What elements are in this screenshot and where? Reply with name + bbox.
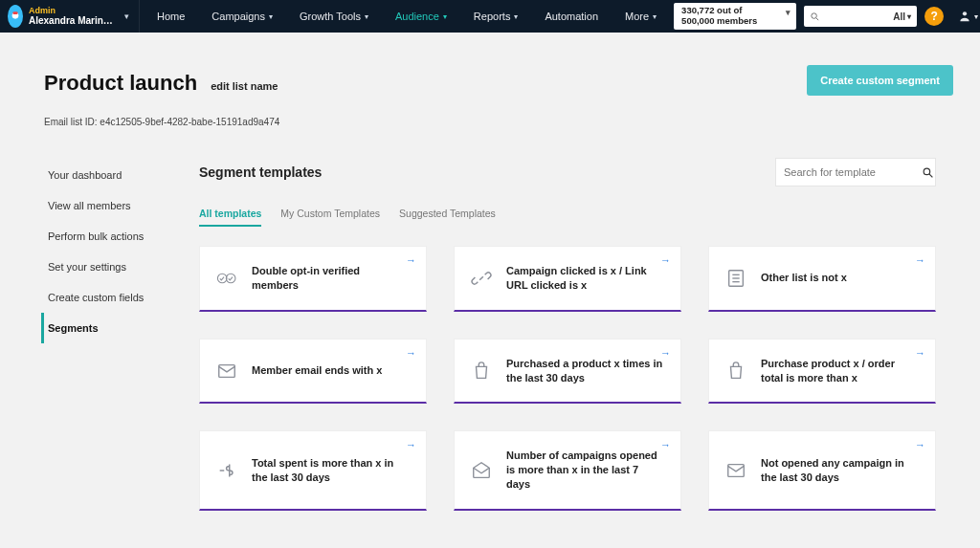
arrow-right-icon: →	[406, 439, 416, 450]
chevron-down-icon: ▾	[443, 12, 447, 21]
user-name: Alexandra Marin…	[29, 15, 113, 26]
template-card-label: Member email ends with x	[252, 363, 382, 378]
link-icon	[470, 267, 493, 290]
template-card-label: Not opened any campaign in the last 30 d…	[761, 456, 918, 485]
global-search[interactable]: All ▾	[804, 6, 917, 27]
template-card[interactable]: →Other list is not x	[708, 246, 936, 312]
app-header: Admin Alexandra Marin… ▾ HomeCampaigns▾G…	[0, 0, 980, 33]
shopping-bag-icon	[470, 360, 493, 383]
top-nav: HomeCampaigns▾Growth Tools▾Audience▾Repo…	[144, 0, 670, 33]
template-tabs: All templatesMy Custom TemplatesSuggeste…	[199, 208, 936, 227]
svg-line-4	[816, 17, 818, 19]
account-switcher[interactable]: Admin Alexandra Marin… ▾	[6, 0, 140, 33]
template-search[interactable]	[775, 158, 936, 186]
arrow-right-icon: →	[660, 347, 671, 359]
chevron-down-icon: ▾	[119, 11, 135, 21]
create-custom-segment-button[interactable]: Create custom segment	[807, 65, 953, 96]
template-card[interactable]: →Not opened any campaign in the last 30 …	[708, 430, 936, 511]
admin-label: Admin	[29, 7, 113, 16]
nav-item-more[interactable]: More▾	[612, 0, 670, 33]
sidebar-item-set-your-settings[interactable]: Set your settings	[41, 252, 178, 282]
template-card-label: Other list is not x	[761, 271, 847, 285]
template-card[interactable]: →Purchase product x / order total is mor…	[708, 339, 936, 405]
email-list-id: Email list ID: e4c12505-9bef-4282-babe-1…	[44, 117, 936, 127]
template-card-label: Purchased a product x times in the last …	[506, 357, 663, 385]
member-counter-line2: 500,000 members	[681, 16, 775, 27]
tab-suggested-templates[interactable]: Suggested Templates	[399, 208, 496, 227]
nav-item-automation[interactable]: Automation	[531, 0, 612, 33]
nav-item-home[interactable]: Home	[144, 0, 198, 33]
template-card-label: Purchase product x / order total is more…	[761, 357, 918, 385]
template-card[interactable]: →Purchased a product x times in the last…	[454, 339, 681, 405]
sidebar-item-segments[interactable]: Segments	[41, 313, 178, 343]
nav-item-campaigns[interactable]: Campaigns▾	[198, 0, 286, 33]
chevron-down-icon: ▾	[514, 12, 518, 21]
sidebar-item-your-dashboard[interactable]: Your dashboard	[41, 160, 178, 190]
template-card[interactable]: →Number of campaigns opened is more than…	[454, 430, 681, 511]
tab-all-templates[interactable]: All templates	[199, 208, 261, 227]
member-counter[interactable]: 330,772 out of 500,000 members	[674, 3, 796, 30]
sidebar-item-view-all-members[interactable]: View all members	[41, 190, 178, 221]
chevron-down-icon: ▾	[653, 12, 657, 21]
arrow-right-icon: →	[915, 347, 925, 359]
arrow-right-icon: →	[406, 347, 416, 359]
template-card-label: Campaign clicked is x / Link URL clicked…	[506, 264, 663, 293]
svg-point-3	[812, 12, 817, 18]
svg-rect-2	[12, 11, 17, 14]
sidebar-item-perform-bulk-actions[interactable]: Perform bulk actions	[41, 221, 178, 252]
nav-item-reports[interactable]: Reports▾	[460, 0, 532, 33]
open-envelope-icon	[470, 459, 493, 482]
profile-menu[interactable]: ▾	[951, 9, 980, 24]
chevron-down-icon: ▾	[365, 12, 368, 21]
double-check-icon	[215, 267, 238, 290]
envelope-icon	[724, 459, 747, 482]
sidebar-item-create-custom-fields[interactable]: Create custom fields	[41, 282, 178, 313]
arrow-right-icon: →	[660, 439, 671, 450]
nav-item-audience[interactable]: Audience▾	[382, 0, 460, 33]
template-card-label: Total spent is more than x in the last 3…	[252, 456, 409, 485]
svg-line-7	[929, 174, 932, 177]
chevron-down-icon: ▾	[974, 12, 978, 21]
arrow-right-icon: →	[915, 439, 925, 450]
side-nav: Your dashboardView all membersPerform bu…	[44, 158, 178, 511]
avatar	[8, 5, 23, 28]
dollar-icon	[215, 459, 238, 482]
template-card-label: Double opt-in verified members	[252, 264, 409, 293]
edit-list-name-link[interactable]: edit list name	[211, 80, 278, 92]
global-search-input[interactable]	[826, 11, 883, 22]
template-card[interactable]: →Total spent is more than x in the last …	[199, 430, 427, 511]
help-button[interactable]: ?	[924, 7, 944, 26]
svg-rect-17	[728, 464, 745, 476]
chevron-down-icon: ▾	[907, 12, 911, 21]
shopping-bag-icon	[724, 360, 747, 383]
arrow-right-icon: →	[660, 254, 671, 266]
segment-templates-heading: Segment templates	[199, 164, 322, 180]
search-icon	[922, 166, 934, 179]
svg-point-5	[963, 11, 967, 15]
template-card[interactable]: →Campaign clicked is x / Link URL clicke…	[454, 246, 681, 312]
search-scope-select[interactable]: All ▾	[893, 11, 911, 22]
arrow-right-icon: →	[406, 254, 416, 266]
template-card[interactable]: →Member email ends with x	[199, 339, 427, 405]
list-doc-icon	[724, 267, 747, 290]
nav-item-growth-tools[interactable]: Growth Tools▾	[286, 0, 382, 33]
svg-point-6	[924, 168, 930, 175]
chevron-down-icon: ▾	[269, 12, 273, 21]
page-title: Product launch	[44, 71, 197, 96]
template-card[interactable]: →Double opt-in verified members	[199, 246, 427, 312]
search-icon	[810, 11, 820, 22]
tab-my-custom-templates[interactable]: My Custom Templates	[280, 208, 380, 227]
svg-rect-14	[219, 364, 235, 377]
template-grid: →Double opt-in verified members→Campaign…	[199, 246, 936, 511]
envelope-icon	[215, 360, 238, 383]
arrow-right-icon: →	[915, 254, 925, 266]
template-card-label: Number of campaigns opened is more than …	[506, 449, 663, 492]
template-search-input[interactable]	[784, 166, 916, 178]
